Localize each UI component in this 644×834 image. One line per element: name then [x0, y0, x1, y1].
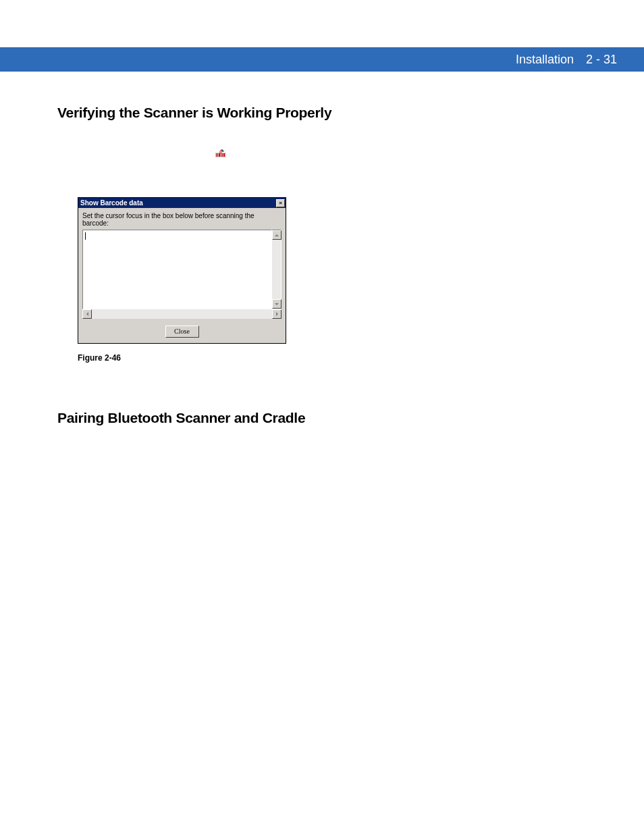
page-content: Verifying the Scanner is Working Properl… — [57, 105, 584, 426]
svg-rect-2 — [217, 153, 218, 157]
show-barcode-dialog: Show Barcode data × Set the cursor focus… — [78, 197, 286, 344]
tray-icon-row — [215, 148, 584, 160]
scroll-up-button[interactable] — [272, 230, 281, 240]
header-page-number: 2 - 31 — [586, 53, 617, 67]
text-cursor — [85, 232, 86, 240]
close-x-button[interactable]: × — [276, 199, 285, 207]
svg-rect-1 — [216, 153, 217, 157]
figure-caption: Figure 2-46 — [78, 353, 584, 363]
scroll-down-button[interactable] — [272, 299, 281, 309]
arrow-up-icon — [275, 234, 279, 236]
barcode-tray-icon — [215, 149, 226, 157]
section-heading-verify: Verifying the Scanner is Working Properl… — [57, 105, 584, 121]
arrow-right-icon — [276, 312, 278, 316]
svg-rect-6 — [223, 153, 225, 157]
barcode-textbox[interactable] — [82, 230, 272, 309]
section-pairing: Pairing Bluetooth Scanner and Cradle — [57, 410, 584, 426]
arrow-left-icon — [86, 312, 88, 316]
dialog-body: Set the cursor focus in the box below be… — [78, 208, 286, 343]
section-heading-pairing: Pairing Bluetooth Scanner and Cradle — [57, 410, 584, 426]
svg-rect-3 — [219, 153, 220, 157]
textbox-area — [82, 230, 281, 309]
header-title: Installation — [516, 53, 574, 67]
dialog-title: Show Barcode data — [80, 199, 143, 207]
dialog-titlebar: Show Barcode data × — [78, 198, 286, 208]
arrow-down-icon — [275, 303, 279, 305]
vertical-scrollbar[interactable] — [272, 230, 281, 309]
close-button[interactable]: Close — [165, 325, 199, 338]
scroll-right-button[interactable] — [272, 309, 281, 319]
dialog-screenshot: Show Barcode data × Set the cursor focus… — [78, 197, 286, 344]
svg-rect-5 — [222, 153, 223, 157]
page-header: Installation 2 - 31 — [0, 47, 644, 72]
scroll-left-button[interactable] — [82, 309, 92, 319]
dialog-instruction: Set the cursor focus in the box below be… — [82, 212, 281, 227]
horizontal-scrollbar[interactable] — [82, 309, 281, 319]
